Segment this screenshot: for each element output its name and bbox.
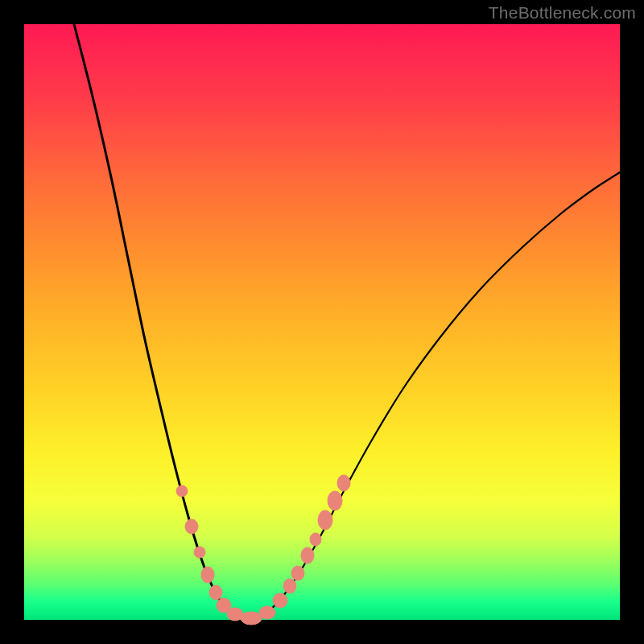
highlight-marker xyxy=(291,566,304,580)
chart-frame: TheBottleneck.com xyxy=(0,0,644,644)
highlight-markers xyxy=(176,475,350,625)
chart-svg xyxy=(24,24,620,620)
curve-left-branch xyxy=(74,24,250,619)
highlight-marker xyxy=(310,533,321,546)
plot-area xyxy=(24,24,620,620)
highlight-marker xyxy=(328,491,342,510)
highlight-marker xyxy=(318,510,332,530)
highlight-marker xyxy=(194,547,205,558)
highlight-marker xyxy=(241,612,262,625)
highlight-marker xyxy=(201,567,214,583)
highlight-marker xyxy=(283,579,296,593)
highlight-marker xyxy=(301,547,314,564)
highlight-marker xyxy=(337,475,350,491)
highlight-marker xyxy=(259,606,275,619)
watermark-text: TheBottleneck.com xyxy=(489,3,636,23)
highlight-marker xyxy=(273,593,287,608)
highlight-marker xyxy=(209,585,222,600)
highlight-marker xyxy=(176,485,188,497)
highlight-marker xyxy=(185,519,198,534)
